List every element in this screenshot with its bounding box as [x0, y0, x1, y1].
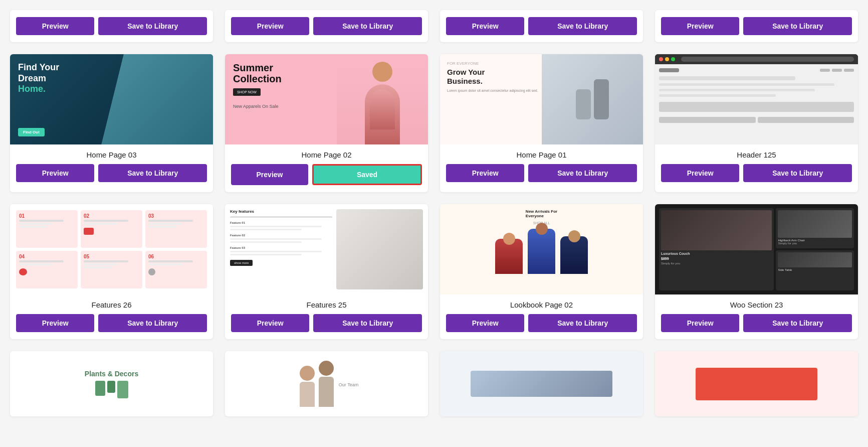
feat25-content: Key features Feature 01 Feature 02 Featu…: [230, 209, 332, 289]
card-title-header125: Header 125: [655, 144, 858, 164]
saved-button-home02[interactable]: Saved: [312, 164, 422, 185]
card-title-feat25: Features 25: [225, 294, 428, 314]
team-label: Our Team: [339, 382, 358, 387]
thumbnail-woo23: Luxurious Couch $899 Simply for you High…: [655, 204, 858, 294]
feat-box-02: 02: [81, 210, 142, 248]
sub-text: Lorem ipsum dolor sit amet consectetur a…: [447, 89, 542, 92]
feat-box-01: 01: [16, 210, 78, 248]
woo-item-1: Luxurious Couch $899 Simply for you: [659, 208, 774, 290]
save-button-top3[interactable]: Save to Library: [528, 17, 637, 35]
card-feat26: 01 02 03 04: [10, 204, 213, 339]
preview-button-woo23[interactable]: Preview: [661, 314, 739, 332]
save-button-top2[interactable]: Save to Library: [313, 17, 422, 35]
plants-title: Plants & Decors: [85, 370, 138, 378]
card-woo23: Luxurious Couch $899 Simply for you High…: [655, 204, 858, 339]
feat-box-04: 04: [16, 251, 78, 288]
card-top3: Preview Save to Library: [440, 10, 643, 42]
woo-items-right: Highback Arm Chair Simply for you Side T…: [776, 208, 854, 290]
preview-button-home03[interactable]: Preview: [16, 164, 94, 182]
thumbnail-home03: Find YourDreamHome. Find Out: [10, 54, 213, 144]
preview-button-home01[interactable]: Preview: [446, 164, 524, 182]
save-button-top4[interactable]: Save to Library: [743, 17, 852, 35]
browser-content: [655, 64, 858, 144]
card-title-woo23: Woo Section 23: [655, 294, 858, 314]
card-header125: Header 125 Preview Save to Library: [655, 54, 858, 192]
thumbnail-feat26: 01 02 03 04: [10, 204, 213, 294]
dot-red: [659, 57, 663, 61]
thumbnail-home01: FOR EVERYONE Grow YourBusiness. Lorem ip…: [440, 54, 643, 144]
preview-button-feat25[interactable]: Preview: [231, 314, 309, 332]
model-image: [337, 68, 428, 144]
preview-button-top4[interactable]: Preview: [661, 17, 739, 35]
team-photo: [542, 54, 643, 144]
card-team: Our Team: [225, 351, 428, 416]
preview-button-header125[interactable]: Preview: [661, 164, 739, 182]
preview-button-lookbook02[interactable]: Preview: [446, 314, 524, 332]
card-feat25: Key features Feature 01 Feature 02 Featu…: [225, 204, 428, 339]
save-button-home03[interactable]: Save to Library: [98, 164, 207, 182]
thumbnail-lookbook02: New Arrivals ForEveryone SHOP ALL: [440, 204, 643, 294]
save-button-top1[interactable]: Save to Library: [98, 17, 207, 35]
card-lookbook02: New Arrivals ForEveryone SHOP ALL Lookbo…: [440, 204, 643, 339]
card-home02: SummerCollection SHOP NOW New Apparels O…: [225, 54, 428, 192]
preview-button-home02[interactable]: Preview: [231, 164, 308, 185]
cta-btn: Find Out: [18, 128, 45, 136]
feat-box-03: 03: [145, 210, 207, 248]
card-generic4: [655, 351, 858, 416]
card-home01: FOR EVERYONE Grow YourBusiness. Lorem ip…: [440, 54, 643, 192]
feat25-image: [336, 209, 423, 289]
card-top2: Preview Save to Library: [225, 10, 428, 42]
feat-box-06: 06: [145, 251, 207, 288]
card-plants: Plants & Decors: [10, 351, 213, 416]
card-title-lookbook02: Lookbook Page 02: [440, 294, 643, 314]
thumbnail-home02: SummerCollection SHOP NOW New Apparels O…: [225, 54, 428, 144]
save-button-lookbook02[interactable]: Save to Library: [528, 314, 637, 332]
save-button-feat25[interactable]: Save to Library: [313, 314, 422, 332]
generic3-block: [471, 371, 613, 397]
preview-button-top2[interactable]: Preview: [231, 17, 309, 35]
preview-button-top1[interactable]: Preview: [16, 17, 94, 35]
save-button-woo23[interactable]: Save to Library: [743, 314, 852, 332]
address-bar: [681, 57, 854, 62]
card-title-home01: Home Page 01: [440, 144, 643, 164]
card-title-home02: Home Page 02: [225, 144, 428, 164]
preview-button-feat26[interactable]: Preview: [16, 314, 94, 332]
person2: [528, 229, 555, 284]
generic4-block: [696, 368, 817, 400]
thumbnail-header125: [655, 54, 858, 144]
thumbnail-feat25: Key features Feature 01 Feature 02 Featu…: [225, 204, 428, 294]
browser-bar: [655, 54, 858, 64]
dot-green: [671, 57, 675, 61]
person1: [495, 239, 523, 284]
feat-box-05: 05: [81, 251, 142, 288]
card-title-feat26: Features 26: [10, 294, 213, 314]
card-title-home03: Home Page 03: [10, 144, 213, 164]
preview-button-top3[interactable]: Preview: [446, 17, 524, 35]
person3: [560, 236, 588, 284]
card-top4: Preview Save to Library: [655, 10, 858, 42]
card-top1: Preview Save to Library: [10, 10, 213, 42]
card-generic3: [440, 351, 643, 416]
card-home03: Find YourDreamHome. Find Out Home Page 0…: [10, 54, 213, 192]
dot-yellow: [665, 57, 669, 61]
thumbnail-home03-image: [101, 54, 213, 144]
save-button-home01[interactable]: Save to Library: [528, 164, 637, 182]
save-button-feat26[interactable]: Save to Library: [98, 314, 207, 332]
save-button-header125[interactable]: Save to Library: [743, 164, 852, 182]
